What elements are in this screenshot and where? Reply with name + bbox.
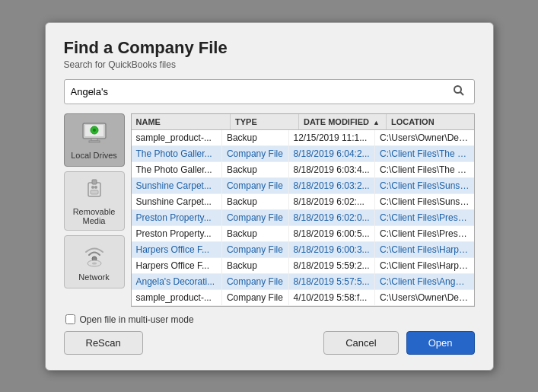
file-table-body: sample_product-...Backup12/15/2019 11:1.… <box>132 130 474 306</box>
cell-name: Sunshine Carpet... <box>132 193 222 209</box>
search-bar <box>64 79 475 104</box>
removable-media-label: Removable Media <box>68 207 121 225</box>
cell-date: 8/18/2019 6:00:3... <box>288 241 374 257</box>
network-icon <box>79 242 110 269</box>
cell-name: Sunshine Carpet... <box>132 177 222 193</box>
search-input[interactable] <box>71 86 450 97</box>
right-buttons: Cancel Open <box>323 331 474 355</box>
cell-type: Company File <box>221 177 288 193</box>
dialog-subtitle: Search for QuickBooks files <box>64 59 475 70</box>
file-table-header: NAME TYPE DATE MODIFIED ▲ LOCATION <box>132 114 474 130</box>
cell-date: 8/18/2019 5:57:5... <box>288 273 374 289</box>
file-table-container: NAME TYPE DATE MODIFIED ▲ LOCATION <box>131 113 475 307</box>
svg-point-12 <box>94 186 97 189</box>
dialog-title: Find a Company File <box>64 38 475 58</box>
table-row[interactable]: sample_product-...Backup12/15/2019 11:1.… <box>132 130 474 146</box>
cell-type: Company File <box>221 145 288 161</box>
cell-type: Company File <box>221 289 288 305</box>
cell-date: 8/18/2019 5:59:2... <box>288 257 374 273</box>
svg-point-11 <box>91 186 94 189</box>
col-name[interactable]: NAME <box>132 114 231 130</box>
svg-point-0 <box>454 86 461 93</box>
cell-date: 4/10/2019 5:58:f... <box>288 289 374 305</box>
svg-rect-10 <box>91 190 98 194</box>
cell-location: C:\Client Files\Harpers Office Furitu <box>375 241 474 257</box>
cell-location: C:\Client Files\Sunshine Carpet Care <box>375 177 474 193</box>
cell-location: C:\Client Files\Harpers Office Furitu <box>375 257 474 273</box>
cell-location: C:\Client Files\Sunshine Carpet Care <box>375 193 474 209</box>
sort-arrow: ▲ <box>373 119 380 126</box>
svg-line-1 <box>460 92 463 95</box>
cell-location: C:\Client Files\The Photo Gallery <box>375 145 474 161</box>
cell-name: Harpers Office F... <box>132 241 222 257</box>
cell-location: C:\Client Files\The Photo Gallery\QE <box>375 161 474 177</box>
button-row: ReScan Cancel Open <box>64 331 475 355</box>
search-button[interactable] <box>450 83 468 100</box>
svg-point-5 <box>93 129 96 132</box>
table-row[interactable]: sample_product-...Company File4/10/2019 … <box>132 289 474 305</box>
col-location[interactable]: LOCATION <box>387 114 474 130</box>
cell-name: Angela's Decorati... <box>132 273 222 289</box>
cancel-button[interactable]: Cancel <box>323 331 398 355</box>
cell-type: Backup <box>221 193 288 209</box>
multiuser-row: Open file in multi-user mode <box>65 314 475 325</box>
cell-name: sample_product-... <box>132 130 222 146</box>
cell-type: Backup <box>221 130 288 146</box>
cell-name: The Photo Galler... <box>132 145 222 161</box>
col-type[interactable]: TYPE <box>231 114 299 130</box>
cell-date: 12/15/2019 11:1... <box>288 130 374 146</box>
table-row[interactable]: Sunshine Carpet...Backup8/18/2019 6:02:.… <box>132 193 474 209</box>
cell-date: 8/18/2019 6:00:5... <box>288 225 374 241</box>
rescan-button[interactable]: ReScan <box>64 331 143 355</box>
sidebar-item-network[interactable]: Network <box>64 235 125 288</box>
table-row[interactable]: Preston Property...Backup8/18/2019 6:00:… <box>132 225 474 241</box>
col-date[interactable]: DATE MODIFIED ▲ <box>299 114 387 130</box>
cell-date: 8/18/2019 6:03:4... <box>288 161 374 177</box>
cell-type: Company File <box>221 273 288 289</box>
cell-location: C:\Users\Owner\Desktop\QB 2020\D <box>375 130 474 146</box>
network-label: Network <box>78 272 109 282</box>
cell-type: Company File <box>221 241 288 257</box>
bottom-row: Open file in multi-user mode ReScan Canc… <box>64 314 475 355</box>
cell-name: The Photo Galler... <box>132 161 222 177</box>
cell-name: Preston Property... <box>132 225 222 241</box>
table-row[interactable]: Angela's Decorati...Company File8/18/201… <box>132 273 474 289</box>
local-drives-icon <box>79 120 110 148</box>
file-table-scroll[interactable]: sample_product-...Backup12/15/2019 11:1.… <box>132 130 474 306</box>
local-drives-label: Local Drives <box>71 151 117 160</box>
table-row[interactable]: The Photo Galler...Company File8/18/2019… <box>132 145 474 161</box>
svg-rect-7 <box>89 141 100 142</box>
cell-name: Preston Property... <box>132 209 222 225</box>
cell-date: 8/18/2019 6:03:2... <box>288 177 374 193</box>
cell-location: C:\Client Files\Preston Property Man <box>375 209 474 225</box>
multiuser-label: Open file in multi-user mode <box>80 314 194 325</box>
main-area: Local Drives Removable Media <box>64 113 475 307</box>
cell-type: Company File <box>221 209 288 225</box>
sidebar: Local Drives Removable Media <box>64 113 125 307</box>
cell-name: sample_product-... <box>132 289 222 305</box>
open-button[interactable]: Open <box>406 331 475 355</box>
table-row[interactable]: Sunshine Carpet...Company File8/18/2019 … <box>132 177 474 193</box>
cell-location: C:\Users\Owner\Desktop\QB 2020\D <box>375 289 474 305</box>
svg-rect-9 <box>92 180 97 184</box>
table-row[interactable]: Preston Property...Company File8/18/2019… <box>132 209 474 225</box>
table-row[interactable]: Harpers Office F...Backup8/18/2019 5:59:… <box>132 257 474 273</box>
svg-point-15 <box>92 262 97 264</box>
removable-media-icon <box>79 177 110 204</box>
cell-name: Harpers Office F... <box>132 257 222 273</box>
cell-type: Backup <box>221 161 288 177</box>
multiuser-checkbox[interactable] <box>65 314 75 324</box>
cell-date: 8/18/2019 6:02:0... <box>288 209 374 225</box>
table-row[interactable]: The Photo Galler...Backup8/18/2019 6:03:… <box>132 161 474 177</box>
sidebar-item-removable-media[interactable]: Removable Media <box>64 171 125 231</box>
sidebar-item-local-drives[interactable]: Local Drives <box>64 113 125 167</box>
find-company-file-dialog: Find a Company File Search for QuickBook… <box>45 22 494 371</box>
cell-type: Backup <box>221 225 288 241</box>
table-row[interactable]: Harpers Office F...Company File8/18/2019… <box>132 241 474 257</box>
cell-date: 8/18/2019 6:04:2... <box>288 145 374 161</box>
cell-date: 8/18/2019 6:02:... <box>288 193 374 209</box>
cell-location: C:\Client Files\Preston Property Man <box>375 225 474 241</box>
cell-location: C:\Client Files\Angelas Decorating S <box>375 273 474 289</box>
cell-type: Backup <box>221 257 288 273</box>
